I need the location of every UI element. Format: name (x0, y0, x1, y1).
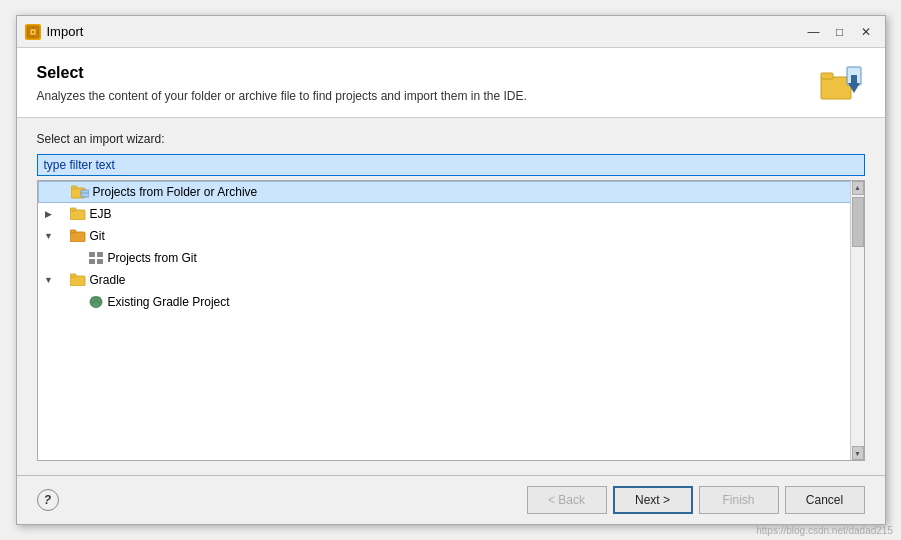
svg-rect-24 (70, 276, 85, 286)
minimize-button[interactable]: — (803, 21, 825, 43)
svg-point-27 (91, 297, 95, 303)
svg-rect-19 (70, 230, 76, 233)
tree-item-git[interactable]: ▼ Git (38, 225, 864, 247)
svg-point-2 (31, 30, 34, 33)
item-label-ejb: EJB (90, 207, 112, 221)
header-title: Select (37, 64, 817, 82)
item-label-git: Git (90, 229, 105, 243)
item-label-projects-folder-archive: Projects from Folder or Archive (93, 185, 258, 199)
dialog-title: Import (47, 24, 803, 39)
header-icon-area (817, 64, 865, 104)
url-watermark: https://blog.csdn.net/dadad215 (756, 525, 893, 536)
svg-rect-23 (97, 259, 103, 264)
svg-rect-8 (821, 73, 833, 79)
svg-rect-20 (89, 252, 95, 257)
dialog-icon (25, 24, 41, 40)
item-label-projects-from-git: Projects from Git (108, 251, 197, 265)
scrollbar-track[interactable]: ▲ ▼ (850, 181, 864, 460)
folder-icon-gradle (70, 273, 86, 286)
title-bar: Import — □ ✕ (17, 16, 885, 48)
scroll-up-button[interactable]: ▲ (852, 181, 864, 195)
expand-git[interactable]: ▼ (42, 229, 56, 243)
expand-gradle[interactable]: ▼ (42, 273, 56, 287)
header-section: Select Analyzes the content of your fold… (17, 48, 885, 118)
help-button[interactable]: ? (37, 489, 59, 511)
svg-rect-18 (70, 232, 85, 242)
import-icon (819, 65, 863, 103)
git-item-icon (88, 251, 104, 265)
tree-item-projects-folder-archive[interactable]: Projects from Folder or Archive (38, 181, 864, 203)
svg-rect-22 (89, 259, 95, 264)
svg-rect-25 (70, 274, 76, 277)
scroll-down-button[interactable]: ▼ (852, 446, 864, 460)
back-button[interactable]: < Back (527, 486, 607, 514)
header-description: Analyzes the content of your folder or a… (37, 88, 817, 105)
expand-ejb[interactable]: ▶ (42, 207, 56, 221)
svg-point-28 (97, 297, 101, 303)
svg-rect-17 (70, 208, 76, 211)
item-label-gradle: Gradle (90, 273, 126, 287)
svg-rect-11 (851, 75, 857, 85)
maximize-button[interactable]: □ (829, 21, 851, 43)
folder-archive-icon (71, 185, 89, 199)
wizard-label: Select an import wizard: (37, 132, 865, 146)
gradle-item-icon (88, 295, 104, 309)
cancel-button[interactable]: Cancel (785, 486, 865, 514)
svg-rect-16 (70, 210, 85, 220)
scrollbar-thumb[interactable] (852, 197, 864, 247)
filter-input[interactable] (37, 154, 865, 176)
close-button[interactable]: ✕ (855, 21, 877, 43)
tree-item-projects-from-git[interactable]: Projects from Git (38, 247, 864, 269)
finish-button[interactable]: Finish (699, 486, 779, 514)
svg-rect-13 (71, 186, 77, 189)
tree-item-gradle[interactable]: ▼ Gradle (38, 269, 864, 291)
window-controls: — □ ✕ (803, 21, 877, 43)
folder-icon-git (70, 229, 86, 242)
import-dialog: Import — □ ✕ Select Analyzes the content… (16, 15, 886, 525)
dialog-body: Select Analyzes the content of your fold… (17, 48, 885, 524)
svg-rect-14 (81, 190, 89, 197)
content-section: Select an import wizard: Projects fr (17, 118, 885, 475)
footer-section: ? < Back Next > Finish Cancel (17, 475, 885, 524)
tree-container[interactable]: Projects from Folder or Archive ▶ EJB ▼ (37, 180, 865, 461)
tree-item-existing-gradle-project[interactable]: Existing Gradle Project (38, 291, 864, 313)
item-label-existing-gradle-project: Existing Gradle Project (108, 295, 230, 309)
header-text: Select Analyzes the content of your fold… (37, 64, 817, 105)
svg-rect-21 (97, 252, 103, 257)
folder-icon-ejb (70, 207, 86, 220)
tree-item-ejb[interactable]: ▶ EJB (38, 203, 864, 225)
footer-buttons: < Back Next > Finish Cancel (527, 486, 865, 514)
next-button[interactable]: Next > (613, 486, 693, 514)
